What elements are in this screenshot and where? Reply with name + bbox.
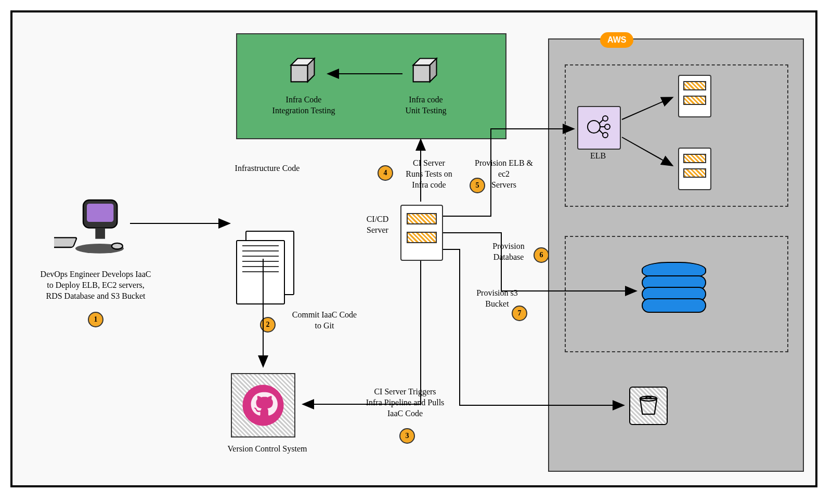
- step-4-badge: 4: [378, 165, 393, 181]
- step-5-badge: 5: [470, 178, 485, 193]
- unit-cube-icon: [408, 54, 441, 87]
- vcs-label: Version Control System: [220, 444, 314, 455]
- integration-cube-icon: [285, 54, 319, 87]
- svg-point-0: [588, 121, 600, 133]
- s3-bucket: [629, 387, 668, 425]
- integration-label: Infra Code Integration Testing: [259, 95, 348, 116]
- ci-trigger-caption: CI Server Triggers Infra Pipeline and Pu…: [350, 387, 460, 419]
- svg-line-4: [599, 120, 603, 124]
- svg-rect-12: [54, 237, 77, 247]
- engineer-caption: DevOps Engineer Develops IaaC to Deploy …: [33, 269, 158, 301]
- elb-icon: [582, 111, 614, 142]
- ec2-server-2: [678, 148, 711, 190]
- testing-panel: [236, 33, 506, 139]
- rds-database: [642, 262, 704, 314]
- step-1-badge: 1: [88, 312, 103, 327]
- svg-point-13: [112, 243, 123, 249]
- svg-line-6: [599, 130, 603, 134]
- svg-point-3: [603, 132, 608, 138]
- diagram-frame: AWS ELB: [10, 10, 817, 487]
- svg-point-1: [603, 116, 608, 121]
- aws-badge: AWS: [600, 32, 633, 48]
- step-3-badge: 3: [399, 428, 415, 444]
- cicd-label: CI/CD Server: [357, 214, 398, 236]
- github-icon: [240, 382, 287, 429]
- cicd-server: [400, 205, 443, 261]
- ec2-server-1: [678, 75, 711, 117]
- unit-label: Infra code Unit Testing: [387, 95, 465, 116]
- step-7-badge: 7: [512, 306, 527, 321]
- bucket-icon: [636, 394, 660, 418]
- documents-icon: [236, 231, 293, 303]
- svg-point-2: [605, 124, 610, 129]
- step-2-badge: 2: [260, 317, 276, 333]
- elb-label: ELB: [582, 151, 614, 162]
- elb-node: [577, 106, 621, 150]
- svg-rect-11: [95, 228, 105, 239]
- ci-tests-caption: CI Server Runs Tests on Infra code: [395, 158, 463, 190]
- engineer-computer-icon: [54, 194, 127, 259]
- step-6-badge: 6: [534, 247, 549, 263]
- commit-caption: Commit IaaC Code to Git: [278, 310, 371, 331]
- infra-code-label: Infrastructure Code: [218, 163, 317, 174]
- vcs-box: [231, 373, 295, 437]
- prov-db-caption: Provision Database: [483, 241, 535, 263]
- svg-rect-10: [87, 204, 113, 222]
